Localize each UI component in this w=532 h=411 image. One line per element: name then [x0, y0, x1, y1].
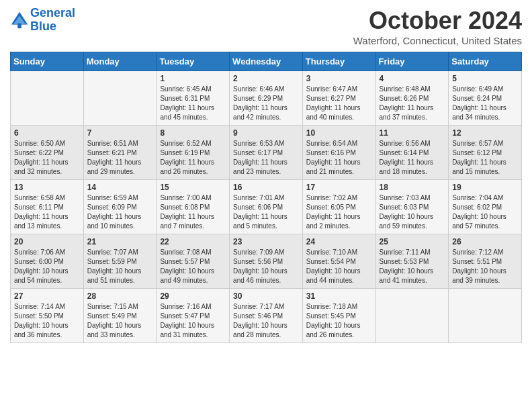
header-sunday: Sunday: [11, 52, 84, 71]
day-number: 13: [14, 183, 80, 192]
calendar-cell-w2-d1: 6Sunrise: 6:50 AMSunset: 6:22 PMDaylight…: [11, 126, 84, 180]
day-number: 23: [233, 237, 299, 246]
day-number: 20: [14, 237, 80, 246]
day-info: Sunrise: 7:09 AMSunset: 5:56 PMDaylight:…: [233, 248, 299, 285]
day-info: Sunrise: 6:54 AMSunset: 6:16 PMDaylight:…: [306, 139, 372, 177]
calendar-cell-w5-d3: 29Sunrise: 7:16 AMSunset: 5:47 PMDayligh…: [157, 289, 230, 343]
day-number: 12: [452, 128, 518, 138]
day-number: 14: [87, 183, 153, 192]
day-number: 2: [233, 74, 299, 83]
day-info: Sunrise: 7:00 AMSunset: 6:08 PMDaylight:…: [160, 193, 226, 231]
day-number: 1: [160, 74, 226, 83]
calendar-cell-w1-d1: [11, 71, 84, 126]
header-friday: Friday: [375, 52, 449, 71]
calendar-cell-w2-d2: 7Sunrise: 6:51 AMSunset: 6:21 PMDaylight…: [83, 126, 157, 180]
day-info: Sunrise: 7:12 AMSunset: 5:51 PMDaylight:…: [452, 248, 518, 285]
day-info: Sunrise: 7:03 AMSunset: 6:03 PMDaylight:…: [380, 193, 445, 231]
day-number: 19: [452, 183, 518, 192]
day-number: 22: [160, 237, 226, 246]
header-tuesday: Tuesday: [157, 52, 230, 71]
calendar-cell-w5-d7: [449, 289, 522, 343]
calendar-cell-w1-d5: 3Sunrise: 6:47 AMSunset: 6:27 PMDaylight…: [302, 71, 375, 126]
svg-rect-2: [17, 23, 21, 28]
calendar-cell-w2-d4: 9Sunrise: 6:53 AMSunset: 6:17 PMDaylight…: [230, 126, 303, 180]
calendar-cell-w1-d3: 1Sunrise: 6:45 AMSunset: 6:31 PMDaylight…: [157, 71, 230, 126]
day-info: Sunrise: 7:06 AMSunset: 6:00 PMDaylight:…: [14, 248, 80, 285]
calendar-cell-w4-d5: 24Sunrise: 7:10 AMSunset: 5:54 PMDayligh…: [302, 234, 375, 289]
day-info: Sunrise: 7:18 AMSunset: 5:45 PMDaylight:…: [306, 302, 372, 340]
day-number: 7: [87, 128, 153, 138]
logo-icon: [10, 11, 29, 30]
calendar-header-row: SundayMondayTuesdayWednesdayThursdayFrid…: [11, 52, 522, 71]
logo: General Blue: [10, 7, 75, 34]
day-info: Sunrise: 6:46 AMSunset: 6:29 PMDaylight:…: [233, 85, 299, 122]
day-number: 4: [380, 74, 445, 83]
header-monday: Monday: [83, 52, 157, 71]
day-number: 18: [380, 183, 445, 192]
day-info: Sunrise: 7:02 AMSunset: 6:05 PMDaylight:…: [306, 193, 372, 231]
calendar-cell-w3-d3: 15Sunrise: 7:00 AMSunset: 6:08 PMDayligh…: [157, 180, 230, 234]
day-info: Sunrise: 7:11 AMSunset: 5:53 PMDaylight:…: [380, 248, 445, 285]
calendar-cell-w3-d4: 16Sunrise: 7:01 AMSunset: 6:06 PMDayligh…: [230, 180, 303, 234]
month-title: October 2024: [353, 7, 522, 35]
day-info: Sunrise: 6:58 AMSunset: 6:11 PMDaylight:…: [14, 193, 80, 231]
calendar-cell-w3-d1: 13Sunrise: 6:58 AMSunset: 6:11 PMDayligh…: [11, 180, 84, 234]
calendar-cell-w4-d4: 23Sunrise: 7:09 AMSunset: 5:56 PMDayligh…: [230, 234, 303, 289]
calendar-cell-w3-d7: 19Sunrise: 7:04 AMSunset: 6:02 PMDayligh…: [449, 180, 522, 234]
calendar-cell-w5-d2: 28Sunrise: 7:15 AMSunset: 5:49 PMDayligh…: [83, 289, 157, 343]
day-info: Sunrise: 6:49 AMSunset: 6:24 PMDaylight:…: [452, 85, 518, 122]
calendar-cell-w3-d5: 17Sunrise: 7:02 AMSunset: 6:05 PMDayligh…: [302, 180, 375, 234]
calendar-cell-w5-d5: 31Sunrise: 7:18 AMSunset: 5:45 PMDayligh…: [302, 289, 375, 343]
day-info: Sunrise: 6:48 AMSunset: 6:26 PMDaylight:…: [380, 85, 445, 122]
day-info: Sunrise: 7:16 AMSunset: 5:47 PMDaylight:…: [160, 302, 226, 340]
page-header: General Blue October 2024 Waterford, Con…: [10, 7, 522, 46]
day-info: Sunrise: 7:01 AMSunset: 6:06 PMDaylight:…: [233, 193, 299, 231]
day-number: 17: [306, 183, 372, 192]
calendar-cell-w1-d7: 5Sunrise: 6:49 AMSunset: 6:24 PMDaylight…: [449, 71, 522, 126]
calendar-table: SundayMondayTuesdayWednesdayThursdayFrid…: [10, 52, 522, 343]
calendar-cell-w3-d6: 18Sunrise: 7:03 AMSunset: 6:03 PMDayligh…: [375, 180, 449, 234]
calendar-cell-w1-d2: [83, 71, 157, 126]
header-thursday: Thursday: [302, 52, 375, 71]
day-info: Sunrise: 7:14 AMSunset: 5:50 PMDaylight:…: [14, 302, 80, 340]
day-number: 16: [233, 183, 299, 192]
calendar-cell-w4-d1: 20Sunrise: 7:06 AMSunset: 6:00 PMDayligh…: [11, 234, 84, 289]
day-info: Sunrise: 7:04 AMSunset: 6:02 PMDaylight:…: [452, 193, 518, 231]
day-number: 26: [452, 237, 518, 246]
day-info: Sunrise: 6:45 AMSunset: 6:31 PMDaylight:…: [160, 85, 226, 122]
calendar-cell-w1-d6: 4Sunrise: 6:48 AMSunset: 6:26 PMDaylight…: [375, 71, 449, 126]
day-number: 31: [306, 291, 372, 301]
calendar-cell-w3-d2: 14Sunrise: 6:59 AMSunset: 6:09 PMDayligh…: [83, 180, 157, 234]
calendar-cell-w2-d5: 10Sunrise: 6:54 AMSunset: 6:16 PMDayligh…: [302, 126, 375, 180]
day-number: 29: [160, 291, 226, 301]
calendar-cell-w4-d7: 26Sunrise: 7:12 AMSunset: 5:51 PMDayligh…: [449, 234, 522, 289]
calendar-cell-w4-d3: 22Sunrise: 7:08 AMSunset: 5:57 PMDayligh…: [157, 234, 230, 289]
calendar-week-4: 20Sunrise: 7:06 AMSunset: 6:00 PMDayligh…: [11, 234, 522, 289]
header-saturday: Saturday: [449, 52, 522, 71]
calendar-cell-w4-d6: 25Sunrise: 7:11 AMSunset: 5:53 PMDayligh…: [375, 234, 449, 289]
day-number: 27: [14, 291, 80, 301]
calendar-week-5: 27Sunrise: 7:14 AMSunset: 5:50 PMDayligh…: [11, 289, 522, 343]
calendar-cell-w2-d7: 12Sunrise: 6:57 AMSunset: 6:12 PMDayligh…: [449, 126, 522, 180]
day-info: Sunrise: 6:50 AMSunset: 6:22 PMDaylight:…: [14, 139, 80, 177]
day-info: Sunrise: 7:15 AMSunset: 5:49 PMDaylight:…: [87, 302, 153, 340]
day-number: 10: [306, 128, 372, 138]
day-info: Sunrise: 7:17 AMSunset: 5:46 PMDaylight:…: [233, 302, 299, 340]
calendar-week-1: 1Sunrise: 6:45 AMSunset: 6:31 PMDaylight…: [11, 71, 522, 126]
day-number: 30: [233, 291, 299, 301]
day-info: Sunrise: 7:10 AMSunset: 5:54 PMDaylight:…: [306, 248, 372, 285]
day-number: 21: [87, 237, 153, 246]
logo-line1: General: [30, 6, 75, 19]
day-number: 25: [380, 237, 445, 246]
calendar-week-3: 13Sunrise: 6:58 AMSunset: 6:11 PMDayligh…: [11, 180, 522, 234]
location: Waterford, Connecticut, United States: [353, 35, 522, 46]
day-number: 28: [87, 291, 153, 301]
logo-line2: Blue: [30, 19, 56, 33]
day-info: Sunrise: 6:53 AMSunset: 6:17 PMDaylight:…: [233, 139, 299, 177]
calendar-cell-w1-d4: 2Sunrise: 6:46 AMSunset: 6:29 PMDaylight…: [230, 71, 303, 126]
calendar-cell-w2-d6: 11Sunrise: 6:56 AMSunset: 6:14 PMDayligh…: [375, 126, 449, 180]
day-info: Sunrise: 6:57 AMSunset: 6:12 PMDaylight:…: [452, 139, 518, 177]
day-info: Sunrise: 6:56 AMSunset: 6:14 PMDaylight:…: [380, 139, 445, 177]
calendar-cell-w5-d1: 27Sunrise: 7:14 AMSunset: 5:50 PMDayligh…: [11, 289, 84, 343]
day-number: 3: [306, 74, 372, 83]
